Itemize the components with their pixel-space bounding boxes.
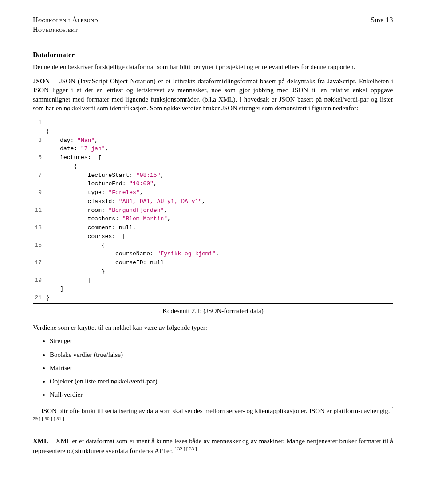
list-item: Matriser <box>50 363 393 372</box>
line-number <box>35 267 42 276</box>
line-number <box>35 145 42 153</box>
page-number: Side 13 <box>371 15 393 34</box>
list-item: Null-verdier <box>50 390 393 399</box>
section-title: Dataformater <box>33 50 393 60</box>
line-number <box>35 250 42 258</box>
section-intro: Denne delen beskriver forskjellige dataf… <box>33 63 393 71</box>
list-item: Boolske verdier (true/false) <box>50 350 393 359</box>
json-tail-paragraph: JSON blir ofte brukt til serialisering a… <box>33 406 393 426</box>
code-listing: 1 3 5 7 9 11 13 15 17 19 21 { day: "Man"… <box>33 117 393 304</box>
line-number <box>35 285 42 293</box>
line-number: 17 <box>35 258 42 267</box>
json-heading: JSON <box>33 78 50 85</box>
line-number: 13 <box>35 223 42 232</box>
code-line: lectureStart: "08:15", <box>46 171 219 180</box>
institution-name: Høgskolen i Ålesund <box>33 15 98 25</box>
json-body: JSON (JavaScript Object Notation) er et … <box>33 78 393 112</box>
types-intro: Verdiene som er knyttet til en nøkkel ka… <box>33 323 393 332</box>
line-number <box>35 180 42 188</box>
page: Høgskolen i Ålesund Hovedprosjekt Side 1… <box>0 0 426 504</box>
line-number <box>35 127 42 136</box>
code-line: classId: "AU1, DA1, AU−y1, DA−y1", <box>46 197 219 206</box>
xml-heading: XML <box>33 438 48 445</box>
code-line: type: "Foreles", <box>46 188 219 197</box>
line-number: 21 <box>35 293 42 302</box>
code-line: { <box>46 127 219 136</box>
line-number <box>35 215 42 223</box>
code-line: } <box>46 293 219 302</box>
code-line: lectureEnd: "10:00", <box>46 180 219 188</box>
list-item: Objekter (en liste med nøkkel/verdi-par) <box>50 377 393 386</box>
line-number: 7 <box>35 171 42 180</box>
list-item: Strenger <box>50 336 393 345</box>
line-number: 1 <box>35 118 42 127</box>
code-line <box>46 118 219 127</box>
code-line: ] <box>46 276 219 285</box>
xml-paragraph: XML XML er et dataformat som er ment å k… <box>33 437 393 456</box>
line-number: 3 <box>35 136 42 145</box>
json-tail-text: JSON blir ofte brukt til serialisering a… <box>41 407 391 414</box>
code-line: courseName: "Fysikk og kjemi", <box>46 250 219 258</box>
doc-type: Hovedprosjekt <box>33 25 98 35</box>
code-caption: Kodesnutt 2.1: (JSON-formatert data) <box>33 306 393 315</box>
line-number <box>35 197 42 206</box>
code-line: lectures: [ <box>46 153 219 162</box>
code-line: ] <box>46 285 219 293</box>
line-number: 9 <box>35 188 42 197</box>
line-number: 5 <box>35 153 42 162</box>
xml-body: XML er et dataformat som er ment å kunne… <box>33 438 393 454</box>
code-line-numbers: 1 3 5 7 9 11 13 15 17 19 21 <box>33 117 43 303</box>
value-types-list: Strenger Boolske verdier (true/false) Ma… <box>33 336 393 399</box>
code-line: } <box>46 267 219 276</box>
json-paragraph: JSON JSON (JavaScript Object Notation) e… <box>33 77 393 113</box>
code-line: date: "7 jan", <box>46 145 219 153</box>
line-number: 19 <box>35 276 42 285</box>
running-header: Høgskolen i Ålesund Hovedprosjekt Side 1… <box>33 15 393 34</box>
code-line: comment: null, <box>46 223 219 232</box>
code-line: teachers: "Blom Martin", <box>46 215 219 223</box>
code-line: { <box>46 162 219 171</box>
line-number: 11 <box>35 206 42 215</box>
code-line: { <box>46 241 219 250</box>
code-content: { day: "Man", date: "7 jan", lectures: [… <box>43 117 222 303</box>
runhead-left: Høgskolen i Ålesund Hovedprosjekt <box>33 15 98 34</box>
code-line: room: "Borgundfjorden", <box>46 206 219 215</box>
code-line: courses: [ <box>46 232 219 241</box>
citation-refs: [ 32 ] [ 33 ] <box>174 446 197 451</box>
line-number <box>35 232 42 241</box>
code-line: day: "Man", <box>46 136 219 145</box>
line-number: 15 <box>35 241 42 250</box>
code-line: courseID: null <box>46 258 219 267</box>
line-number <box>35 162 42 171</box>
